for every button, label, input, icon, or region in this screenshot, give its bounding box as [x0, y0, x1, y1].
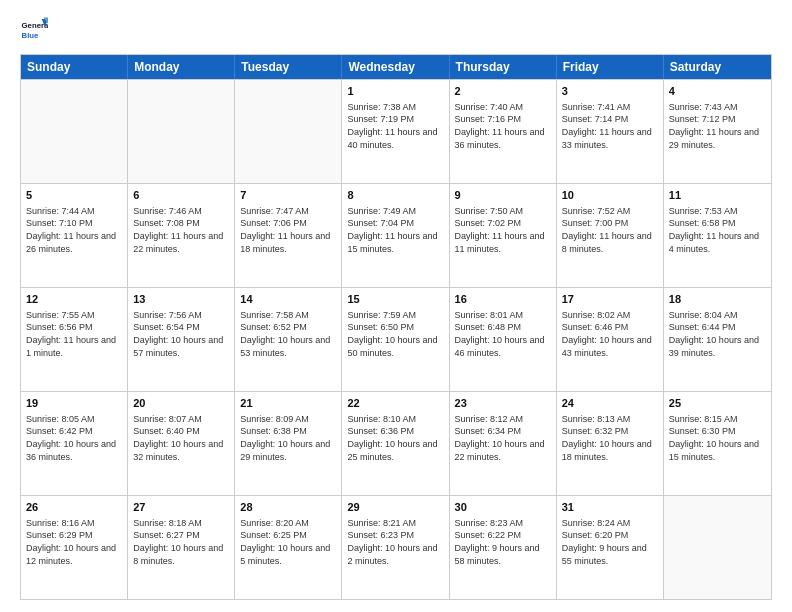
calendar-day: 12Sunrise: 7:55 AM Sunset: 6:56 PM Dayli…: [21, 288, 128, 391]
calendar-week: 12Sunrise: 7:55 AM Sunset: 6:56 PM Dayli…: [21, 287, 771, 391]
day-number: 30: [455, 500, 551, 515]
day-info: Sunrise: 8:01 AM Sunset: 6:48 PM Dayligh…: [455, 309, 551, 359]
calendar-empty-day: [21, 80, 128, 183]
calendar-day: 30Sunrise: 8:23 AM Sunset: 6:22 PM Dayli…: [450, 496, 557, 599]
calendar-day: 27Sunrise: 8:18 AM Sunset: 6:27 PM Dayli…: [128, 496, 235, 599]
day-info: Sunrise: 7:49 AM Sunset: 7:04 PM Dayligh…: [347, 205, 443, 255]
calendar-day: 9Sunrise: 7:50 AM Sunset: 7:02 PM Daylig…: [450, 184, 557, 287]
day-info: Sunrise: 7:38 AM Sunset: 7:19 PM Dayligh…: [347, 101, 443, 151]
day-info: Sunrise: 7:46 AM Sunset: 7:08 PM Dayligh…: [133, 205, 229, 255]
day-number: 26: [26, 500, 122, 515]
calendar-day: 11Sunrise: 7:53 AM Sunset: 6:58 PM Dayli…: [664, 184, 771, 287]
day-info: Sunrise: 8:13 AM Sunset: 6:32 PM Dayligh…: [562, 413, 658, 463]
calendar-day: 22Sunrise: 8:10 AM Sunset: 6:36 PM Dayli…: [342, 392, 449, 495]
calendar-empty-day: [235, 80, 342, 183]
calendar-body: 1Sunrise: 7:38 AM Sunset: 7:19 PM Daylig…: [21, 79, 771, 599]
calendar-day: 29Sunrise: 8:21 AM Sunset: 6:23 PM Dayli…: [342, 496, 449, 599]
weekday-header: Thursday: [450, 55, 557, 79]
calendar-day: 13Sunrise: 7:56 AM Sunset: 6:54 PM Dayli…: [128, 288, 235, 391]
day-number: 19: [26, 396, 122, 411]
calendar-day: 24Sunrise: 8:13 AM Sunset: 6:32 PM Dayli…: [557, 392, 664, 495]
day-info: Sunrise: 8:20 AM Sunset: 6:25 PM Dayligh…: [240, 517, 336, 567]
calendar-day: 25Sunrise: 8:15 AM Sunset: 6:30 PM Dayli…: [664, 392, 771, 495]
day-info: Sunrise: 7:50 AM Sunset: 7:02 PM Dayligh…: [455, 205, 551, 255]
calendar-day: 21Sunrise: 8:09 AM Sunset: 6:38 PM Dayli…: [235, 392, 342, 495]
calendar-day: 6Sunrise: 7:46 AM Sunset: 7:08 PM Daylig…: [128, 184, 235, 287]
day-number: 17: [562, 292, 658, 307]
calendar-day: 10Sunrise: 7:52 AM Sunset: 7:00 PM Dayli…: [557, 184, 664, 287]
day-number: 15: [347, 292, 443, 307]
weekday-header: Sunday: [21, 55, 128, 79]
day-info: Sunrise: 8:10 AM Sunset: 6:36 PM Dayligh…: [347, 413, 443, 463]
calendar-day: 1Sunrise: 7:38 AM Sunset: 7:19 PM Daylig…: [342, 80, 449, 183]
day-info: Sunrise: 8:23 AM Sunset: 6:22 PM Dayligh…: [455, 517, 551, 567]
day-number: 7: [240, 188, 336, 203]
day-number: 23: [455, 396, 551, 411]
calendar-empty-day: [664, 496, 771, 599]
calendar-day: 4Sunrise: 7:43 AM Sunset: 7:12 PM Daylig…: [664, 80, 771, 183]
calendar-week: 5Sunrise: 7:44 AM Sunset: 7:10 PM Daylig…: [21, 183, 771, 287]
day-number: 6: [133, 188, 229, 203]
day-number: 10: [562, 188, 658, 203]
day-info: Sunrise: 7:59 AM Sunset: 6:50 PM Dayligh…: [347, 309, 443, 359]
calendar-day: 31Sunrise: 8:24 AM Sunset: 6:20 PM Dayli…: [557, 496, 664, 599]
calendar-day: 16Sunrise: 8:01 AM Sunset: 6:48 PM Dayli…: [450, 288, 557, 391]
day-info: Sunrise: 7:41 AM Sunset: 7:14 PM Dayligh…: [562, 101, 658, 151]
day-info: Sunrise: 8:04 AM Sunset: 6:44 PM Dayligh…: [669, 309, 766, 359]
calendar-day: 17Sunrise: 8:02 AM Sunset: 6:46 PM Dayli…: [557, 288, 664, 391]
day-number: 24: [562, 396, 658, 411]
day-number: 21: [240, 396, 336, 411]
calendar-day: 7Sunrise: 7:47 AM Sunset: 7:06 PM Daylig…: [235, 184, 342, 287]
calendar-day: 28Sunrise: 8:20 AM Sunset: 6:25 PM Dayli…: [235, 496, 342, 599]
logo: General Blue: [20, 16, 48, 44]
calendar-day: 26Sunrise: 8:16 AM Sunset: 6:29 PM Dayli…: [21, 496, 128, 599]
day-number: 31: [562, 500, 658, 515]
day-info: Sunrise: 8:15 AM Sunset: 6:30 PM Dayligh…: [669, 413, 766, 463]
day-number: 9: [455, 188, 551, 203]
day-info: Sunrise: 7:47 AM Sunset: 7:06 PM Dayligh…: [240, 205, 336, 255]
day-number: 18: [669, 292, 766, 307]
calendar-day: 19Sunrise: 8:05 AM Sunset: 6:42 PM Dayli…: [21, 392, 128, 495]
day-number: 14: [240, 292, 336, 307]
day-number: 3: [562, 84, 658, 99]
day-info: Sunrise: 7:40 AM Sunset: 7:16 PM Dayligh…: [455, 101, 551, 151]
day-number: 13: [133, 292, 229, 307]
weekday-header: Tuesday: [235, 55, 342, 79]
day-number: 4: [669, 84, 766, 99]
day-info: Sunrise: 7:58 AM Sunset: 6:52 PM Dayligh…: [240, 309, 336, 359]
day-info: Sunrise: 8:07 AM Sunset: 6:40 PM Dayligh…: [133, 413, 229, 463]
weekday-header: Monday: [128, 55, 235, 79]
day-number: 22: [347, 396, 443, 411]
day-info: Sunrise: 8:21 AM Sunset: 6:23 PM Dayligh…: [347, 517, 443, 567]
calendar-day: 5Sunrise: 7:44 AM Sunset: 7:10 PM Daylig…: [21, 184, 128, 287]
calendar-week: 19Sunrise: 8:05 AM Sunset: 6:42 PM Dayli…: [21, 391, 771, 495]
day-info: Sunrise: 7:56 AM Sunset: 6:54 PM Dayligh…: [133, 309, 229, 359]
header: General Blue: [20, 16, 772, 44]
day-number: 28: [240, 500, 336, 515]
day-info: Sunrise: 8:24 AM Sunset: 6:20 PM Dayligh…: [562, 517, 658, 567]
weekday-header: Friday: [557, 55, 664, 79]
day-number: 20: [133, 396, 229, 411]
day-number: 1: [347, 84, 443, 99]
weekday-header: Saturday: [664, 55, 771, 79]
day-info: Sunrise: 7:43 AM Sunset: 7:12 PM Dayligh…: [669, 101, 766, 151]
day-info: Sunrise: 8:18 AM Sunset: 6:27 PM Dayligh…: [133, 517, 229, 567]
day-info: Sunrise: 8:05 AM Sunset: 6:42 PM Dayligh…: [26, 413, 122, 463]
day-number: 16: [455, 292, 551, 307]
svg-text:Blue: Blue: [22, 31, 40, 40]
calendar-empty-day: [128, 80, 235, 183]
day-info: Sunrise: 7:44 AM Sunset: 7:10 PM Dayligh…: [26, 205, 122, 255]
day-info: Sunrise: 7:55 AM Sunset: 6:56 PM Dayligh…: [26, 309, 122, 359]
calendar: SundayMondayTuesdayWednesdayThursdayFrid…: [20, 54, 772, 600]
day-info: Sunrise: 8:02 AM Sunset: 6:46 PM Dayligh…: [562, 309, 658, 359]
day-number: 12: [26, 292, 122, 307]
day-info: Sunrise: 7:52 AM Sunset: 7:00 PM Dayligh…: [562, 205, 658, 255]
day-number: 2: [455, 84, 551, 99]
calendar-day: 15Sunrise: 7:59 AM Sunset: 6:50 PM Dayli…: [342, 288, 449, 391]
calendar-week: 26Sunrise: 8:16 AM Sunset: 6:29 PM Dayli…: [21, 495, 771, 599]
calendar-day: 18Sunrise: 8:04 AM Sunset: 6:44 PM Dayli…: [664, 288, 771, 391]
calendar-day: 14Sunrise: 7:58 AM Sunset: 6:52 PM Dayli…: [235, 288, 342, 391]
calendar-day: 20Sunrise: 8:07 AM Sunset: 6:40 PM Dayli…: [128, 392, 235, 495]
calendar-day: 23Sunrise: 8:12 AM Sunset: 6:34 PM Dayli…: [450, 392, 557, 495]
day-number: 5: [26, 188, 122, 203]
